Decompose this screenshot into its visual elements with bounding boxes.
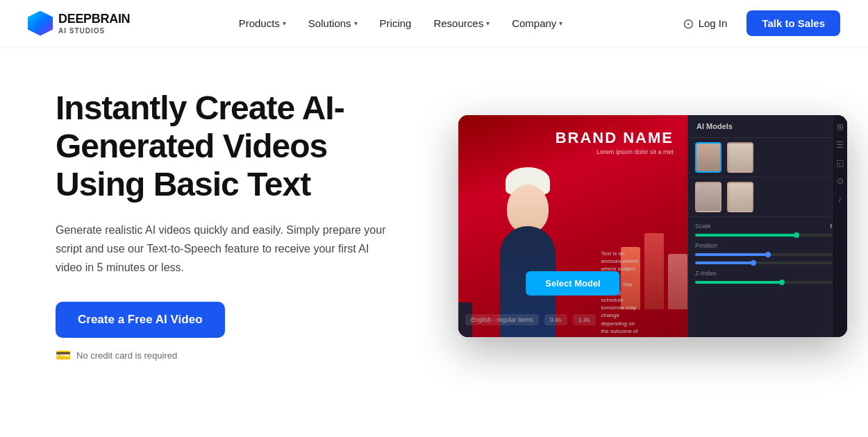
position-label: Position	[695, 242, 717, 249]
lipstick-3	[668, 254, 687, 309]
navigation: DEEPBRAIN AI STUDIOS Products ▾ Solution…	[0, 0, 868, 47]
ai-avatar	[486, 171, 569, 337]
model-thumbnail-2	[727, 142, 753, 173]
talk-to-sales-button[interactable]: Talk to Sales	[746, 10, 840, 36]
brand-overlay: BRAND NAME Lorem ipsum dolor sit a met	[556, 129, 674, 155]
nav-products[interactable]: Products ▾	[229, 12, 296, 35]
logo-brand: DEEPBRAIN	[58, 12, 130, 26]
hero-description: Generate realistic AI videos quickly and…	[56, 221, 389, 277]
hero-title: Instantly Create AI-Generated Videos Usi…	[56, 89, 417, 204]
scale-slider[interactable]	[695, 234, 840, 237]
model-item-1[interactable]	[688, 138, 847, 178]
position-slider-x[interactable]	[695, 253, 840, 256]
nav-pricing[interactable]: Pricing	[370, 12, 422, 35]
ai-models-panel: AI Models	[687, 115, 847, 337]
hero-section: Instantly Create AI-Generated Videos Usi…	[0, 47, 868, 391]
logo-sub: AI STUDIOS	[58, 27, 130, 35]
toolbar-icon-3[interactable]: ◱	[835, 158, 845, 168]
chevron-down-icon: ▾	[283, 19, 286, 27]
product-mockup: BRAND NAME Lorem ipsum dolor sit a met	[458, 115, 847, 337]
position-slider-y[interactable]	[695, 262, 840, 264]
lipstick-2	[644, 233, 664, 309]
login-button[interactable]: ⊙ Log In	[671, 10, 739, 37]
model-thumbnail-4	[727, 182, 753, 212]
language-badge: English - regular items	[465, 314, 539, 325]
user-icon: ⊙	[683, 15, 694, 32]
logo-icon	[28, 11, 53, 36]
chevron-down-icon: ▾	[354, 19, 358, 27]
model-item-2[interactable]	[688, 178, 847, 217]
select-model-button[interactable]: Select Model	[526, 271, 619, 295]
scale-label: Scale	[695, 223, 711, 230]
time-badge-2: 1:4s	[573, 314, 596, 325]
hero-visual: BRAND NAME Lorem ipsum dolor sit a met	[458, 115, 847, 337]
toolbar-icon-5[interactable]: ♪	[835, 194, 845, 204]
model-thumbnail-3	[695, 182, 721, 212]
panel-toolbar: ⊞ ☰ ◱ ⊙ ♪	[832, 115, 847, 337]
z-index-label: Z-Index	[695, 270, 717, 277]
model-list	[688, 138, 847, 217]
video-bottom-bar: English - regular items 0:4s 1:4s Text i…	[458, 302, 472, 337]
credit-card-icon: 💳	[56, 348, 71, 363]
toolbar-icon-2[interactable]: ☰	[835, 140, 845, 150]
no-credit-card-notice: 💳 No credit card is required	[56, 348, 417, 363]
chevron-down-icon: ▾	[486, 19, 490, 27]
logo[interactable]: DEEPBRAIN AI STUDIOS	[28, 11, 130, 36]
nav-resources[interactable]: Resources ▾	[424, 12, 499, 35]
brand-sub-text: Lorem ipsum dolor sit a met	[556, 148, 674, 155]
toolbar-icon-1[interactable]: ⊞	[835, 122, 845, 132]
z-index-slider[interactable]	[695, 281, 840, 284]
panel-title: AI Models	[688, 115, 847, 138]
time-badge-1: 0:4s	[544, 314, 567, 325]
nav-right: ⊙ Log In Talk to Sales	[671, 10, 840, 37]
model-thumbnail-1	[695, 142, 721, 173]
create-video-button[interactable]: Create a Free AI Video	[56, 302, 225, 338]
nav-links: Products ▾ Solutions ▾ Pricing Resources…	[229, 12, 573, 35]
toolbar-icon-4[interactable]: ⊙	[835, 176, 845, 186]
hero-content: Instantly Create AI-Generated Videos Usi…	[56, 89, 417, 363]
brand-name-text: BRAND NAME	[556, 129, 674, 147]
panel-controls: Scale Full Position	[688, 217, 847, 295]
nav-company[interactable]: Company ▾	[502, 12, 572, 35]
nav-solutions[interactable]: Solutions ▾	[299, 12, 367, 35]
video-preview: BRAND NAME Lorem ipsum dolor sit a met	[458, 115, 687, 337]
chevron-down-icon: ▾	[559, 19, 562, 27]
